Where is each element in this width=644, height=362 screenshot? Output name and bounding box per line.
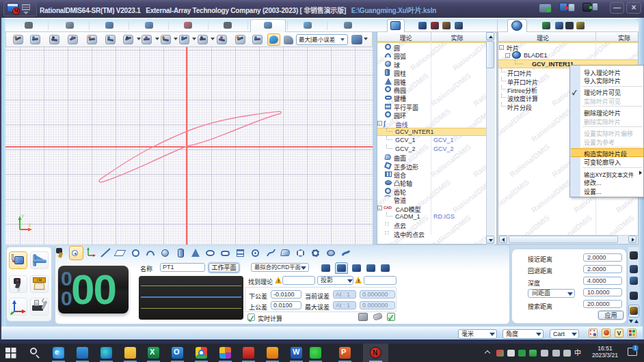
svg-text:Y: Y: [21, 214, 25, 219]
svg-text:X: X: [28, 223, 31, 227]
